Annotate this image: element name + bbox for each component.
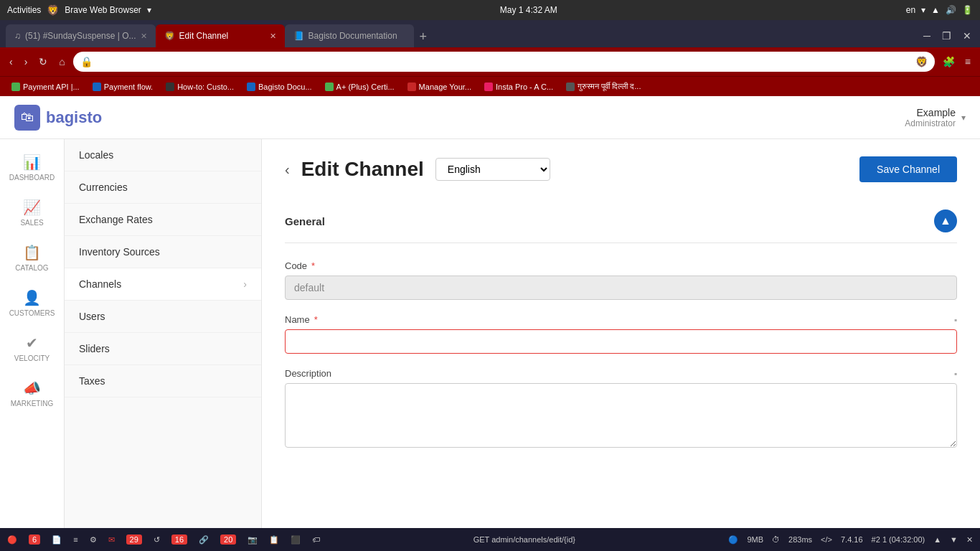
sidebar-item-exchange-rates[interactable]: Exchange Rates [65, 204, 261, 236]
bookmark-favicon-3 [166, 83, 174, 91]
collapse-button[interactable]: ▲ [934, 209, 957, 232]
save-channel-button[interactable]: Save Channel [859, 156, 957, 182]
status-build: #2 1 (04:32:00) [872, 535, 925, 544]
tab-close-2[interactable]: ✕ [270, 32, 276, 41]
section-header: General ▲ [285, 199, 957, 243]
velocity-icon: ✔ [26, 334, 38, 352]
catalog-icon: 📋 [23, 244, 41, 261]
tab-label-2: Edit Channel [179, 31, 229, 41]
sales-icon: 📈 [23, 199, 41, 216]
bookmark-hindi[interactable]: गुरुस्मन पूर्वी दिल्ली द... [560, 80, 646, 93]
content-area: 📊 DASHBOARD 📈 SALES 📋 CATALOG 👤 CUSTOMER… [0, 139, 980, 528]
name-field-icon: ▪ [954, 315, 957, 325]
status-memory: 🔵 [728, 535, 738, 545]
minimize-button[interactable]: ─ [920, 29, 933, 43]
sidebar-item-catalog[interactable]: 📋 CATALOG [4, 237, 61, 279]
bookmark-howto[interactable]: How-to: Custo... [160, 81, 240, 93]
sidebar-item-marketing[interactable]: 📣 MARKETING [4, 372, 61, 415]
tab-bagisto-docs[interactable]: 📘 Bagisto Documentation [285, 24, 414, 47]
status-version-value: 7.4.16 [841, 535, 863, 544]
home-button[interactable]: ⌂ [55, 54, 68, 70]
activities-label[interactable]: Activities [7, 5, 41, 15]
bookmark-favicon-1 [11, 83, 20, 91]
os-bar: Activities 🦁 Brave Web Browser ▾ May 1 4… [0, 0, 980, 20]
description-field-group: Description ▪ [285, 368, 957, 450]
sidebar-item-channels[interactable]: Channels › [65, 268, 261, 301]
app-header: 🛍 bagisto Example Administrator ▾ [0, 96, 980, 139]
sidebar-item-locales[interactable]: Locales [65, 139, 261, 171]
bookmark-favicon-6 [407, 83, 416, 91]
bookmark-bagisto-docs[interactable]: Bagisto Docu... [241, 81, 318, 93]
status-clock-icon: ⏱ [772, 535, 780, 544]
name-required-indicator: * [314, 314, 318, 325]
bookmark-favicon-8 [566, 83, 575, 91]
sidebar-item-label-catalog: CATALOG [15, 264, 48, 272]
user-role: Administrator [905, 118, 956, 128]
sidebar-item-customers[interactable]: 👤 CUSTOMERS [4, 282, 61, 324]
back-button[interactable]: ‹ [285, 161, 290, 178]
name-label: Name * ▪ [285, 314, 957, 325]
close-button[interactable]: ✕ [960, 29, 974, 43]
url-bar[interactable]: 🔒 localhost:8000/admin/channels/edit/1 🦁 [73, 52, 935, 72]
sidebar-arrow-channels-icon: › [243, 278, 247, 290]
language-select[interactable]: English French German Spanish [435, 158, 550, 181]
section-title: General [285, 215, 325, 227]
new-tab-button[interactable]: + [414, 27, 433, 47]
tab-edit-channel[interactable]: 🦁 Edit Channel ✕ [156, 24, 285, 47]
description-textarea[interactable] [285, 383, 957, 448]
status-request: GET admin/channels/edit/{id} [473, 535, 575, 544]
bookmark-favicon-5 [325, 83, 334, 91]
status-memory-value: 9MB [747, 535, 763, 544]
sidebar-item-users[interactable]: Users [65, 301, 261, 333]
status-icon-10: ⬛ [291, 535, 301, 545]
tab-favicon-2: 🦁 [164, 31, 175, 41]
back-button[interactable]: ‹ [6, 54, 17, 70]
bookmark-label-6: Manage Your... [419, 83, 471, 91]
code-required-indicator: * [311, 260, 315, 271]
bookmark-payment-api[interactable]: Payment API |... [6, 81, 85, 93]
sidebar-item-dashboard[interactable]: 📊 DASHBOARD [4, 146, 61, 189]
description-field-icon: ▪ [954, 369, 957, 379]
tab-sunday-suspense[interactable]: ♫ (51) #SundaySuspense | O... ✕ [6, 24, 156, 47]
tab-label-1: (51) #SundaySuspense | O... [25, 31, 136, 41]
forward-button[interactable]: › [21, 54, 32, 70]
sidebar-item-inventory-sources[interactable]: Inventory Sources [65, 236, 261, 268]
bookmark-label-7: Insta Pro - A C... [496, 83, 553, 91]
brave-reward-icon: 🦁 [915, 56, 928, 67]
url-shield-icon: 🔒 [80, 56, 93, 67]
hamburger-button[interactable]: ≡ [961, 54, 974, 70]
sidebar-item-sales[interactable]: 📈 SALES [4, 192, 61, 234]
user-dropdown-arrow-icon[interactable]: ▾ [961, 113, 966, 123]
wifi-icon: ▲ [931, 5, 940, 15]
status-badge-16: 16 [171, 534, 187, 545]
logo-area: 🛍 bagisto [14, 105, 102, 131]
name-input[interactable] [285, 329, 957, 354]
url-input[interactable]: localhost:8000/admin/channels/edit/1 [97, 57, 911, 67]
bookmark-aplus[interactable]: A+ (Plus) Certi... [319, 81, 400, 93]
extensions-button[interactable]: 🧩 [939, 54, 958, 70]
bookmark-label-3: How-to: Custo... [177, 83, 234, 91]
sidebar-item-sliders[interactable]: Sliders [65, 333, 261, 365]
status-icon-11: 🏷 [312, 535, 320, 544]
sidebar-item-velocity[interactable]: ✔ VELOCITY [4, 327, 61, 369]
status-badge-51: 6 [29, 534, 40, 545]
status-icon-4: ⚙ [90, 535, 97, 545]
bookmark-manage[interactable]: Manage Your... [402, 81, 477, 93]
sidebar-item-label-sales: SALES [20, 219, 43, 227]
bookmark-payment-flow[interactable]: Payment flow. [87, 81, 159, 93]
tab-close-1[interactable]: ✕ [141, 32, 147, 41]
bookmark-favicon-7 [484, 83, 493, 91]
bookmark-label-4: Bagisto Docu... [258, 83, 312, 91]
bookmark-label-5: A+ (Plus) Certi... [336, 83, 395, 91]
refresh-button[interactable]: ↻ [35, 54, 51, 70]
user-name: Example [905, 107, 956, 118]
restore-button[interactable]: ❐ [939, 29, 954, 43]
tab-label-3: Bagisto Documentation [308, 31, 397, 41]
status-icon-6: ↺ [154, 535, 160, 545]
status-close-icon: ✕ [966, 535, 973, 545]
sidebar-item-currencies[interactable]: Currencies [65, 171, 261, 204]
sidebar-label-channels: Channels [79, 278, 121, 290]
status-icon-5: ✉ [108, 535, 115, 545]
sidebar-item-taxes[interactable]: Taxes [65, 365, 261, 397]
bookmark-instapro[interactable]: Insta Pro - A C... [479, 81, 559, 93]
